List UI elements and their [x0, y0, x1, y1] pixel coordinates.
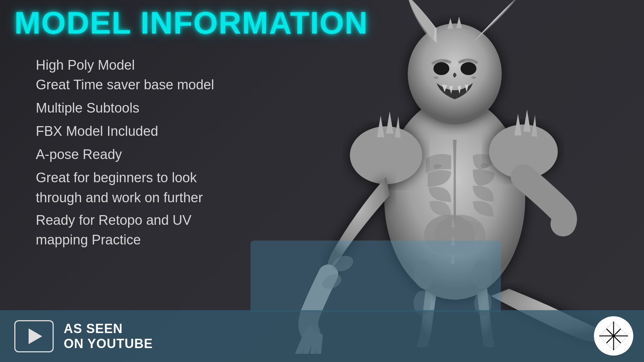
blue-highlight: [250, 240, 501, 312]
svg-marker-2: [377, 115, 384, 137]
svg-marker-23: [456, 16, 462, 28]
feature-time-saver: Great Time saver base model: [36, 75, 214, 95]
svg-marker-6: [514, 114, 522, 135]
svg-marker-7: [523, 109, 531, 132]
svg-point-21: [460, 62, 476, 75]
features-list: High Poly Model Great Time saver base mo…: [36, 55, 214, 250]
feature-retopo-2: mapping Practice: [36, 230, 214, 250]
logo-badge: [594, 316, 633, 356]
svg-marker-4: [395, 116, 400, 138]
feature-retopo-1: Ready for Retopo and UV: [36, 210, 214, 230]
svg-marker-22: [448, 18, 453, 29]
svg-marker-3: [386, 111, 393, 134]
youtube-text: AS SEEN ON YOUTUBE: [64, 321, 153, 351]
feature-subtools: Multiple Subtools: [36, 98, 214, 118]
logo-icon: [597, 320, 630, 352]
svg-point-1: [350, 127, 422, 184]
feature-high-poly: High Poly Model: [36, 55, 214, 75]
feature-beginners-1: Great for beginners to look: [36, 168, 214, 188]
main-container: MODEL INFORMATION High Poly Model Great …: [0, 0, 644, 362]
svg-point-20: [433, 62, 449, 75]
youtube-line2: ON YOUTUBE: [64, 336, 153, 351]
youtube-line1: AS SEEN: [64, 321, 153, 336]
bottom-bar: AS SEEN ON YOUTUBE: [0, 310, 644, 362]
feature-beginners-2: through and work on further: [36, 188, 214, 208]
feature-fbx: FBX Model Included: [36, 122, 214, 141]
play-button[interactable]: [14, 320, 54, 352]
feature-apose: A-pose Ready: [36, 145, 214, 164]
play-icon: [29, 328, 42, 344]
page-title: MODEL INFORMATION: [14, 6, 368, 39]
